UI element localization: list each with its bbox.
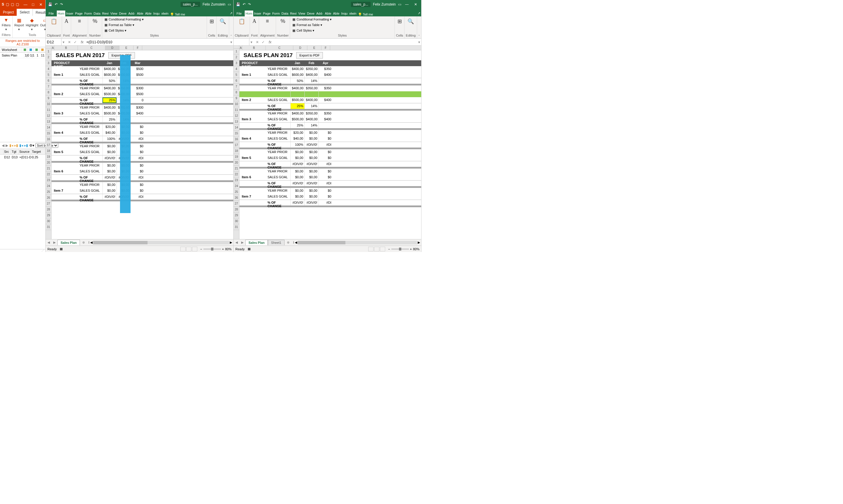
cell-styles-button[interactable]: ▦ Cell Styles ▾ — [291, 28, 316, 33]
ribbon-tab-view[interactable]: View — [298, 11, 306, 16]
paste-icon[interactable]: 📋 — [51, 18, 57, 24]
ribbon-tab-data[interactable]: Data — [281, 11, 289, 16]
row-header[interactable]: 14 — [46, 125, 51, 130]
row-header[interactable]: 15 — [46, 130, 51, 137]
tab-select[interactable]: Select — [17, 9, 32, 16]
macro-icon[interactable]: ▦ — [60, 247, 62, 251]
row-header[interactable]: 31 — [234, 224, 239, 230]
row-header[interactable]: 22 — [234, 172, 239, 177]
name-box[interactable] — [235, 40, 248, 44]
sheet-tab-sheet1[interactable]: Sheet1 — [268, 240, 285, 245]
tell-me[interactable]: 💡 Tell me — [358, 13, 373, 16]
ribbon-tab-able[interactable]: Able — [332, 11, 340, 16]
cancel-formula-icon[interactable]: ✕ — [68, 40, 71, 44]
row-header[interactable]: 14 — [234, 125, 239, 130]
ribbon-tab-able[interactable]: Able — [136, 11, 144, 16]
ribbon-tab-deve[interactable]: Deve — [306, 11, 316, 16]
row-header[interactable]: 25 — [234, 189, 239, 195]
row-header[interactable]: 10 — [234, 101, 239, 107]
row-header[interactable]: 4 — [234, 66, 239, 72]
row-header[interactable]: 17 — [46, 142, 51, 148]
redo-icon[interactable]: ↷ — [60, 2, 63, 6]
collapse-ribbon-icon[interactable]: ˄ — [229, 16, 233, 38]
row-header[interactable]: 4 — [46, 66, 51, 72]
font-icon[interactable]: A — [253, 18, 256, 24]
row-header[interactable]: 2 — [46, 54, 51, 60]
row-header[interactable]: 24 — [234, 183, 239, 189]
next-diff-icon[interactable]: ▶ — [5, 143, 8, 147]
ribbon-tab-able[interactable]: Able — [144, 11, 153, 16]
row-header[interactable]: 21 — [234, 166, 239, 172]
row-header[interactable]: 29 — [46, 213, 51, 218]
row-header[interactable]: 20 — [46, 160, 51, 166]
layout-icon[interactable]: ▢ — [6, 2, 9, 6]
sheet-nav-next[interactable]: ▶ — [239, 240, 245, 245]
ribbon-tab-page[interactable]: Page — [74, 11, 84, 16]
minimize-button[interactable]: — — [403, 2, 410, 6]
row-header[interactable]: 20 — [234, 160, 239, 166]
zoom-slider[interactable] — [203, 249, 221, 250]
row-header[interactable]: 7 — [46, 84, 51, 90]
row-header[interactable]: 30 — [46, 218, 51, 224]
zoom-in[interactable]: + — [222, 247, 224, 251]
nav-icon-3[interactable]: ▮◂ — [19, 143, 23, 147]
settings-icon[interactable]: ⚙▾ — [29, 143, 34, 147]
maximize-button[interactable]: □ — [30, 2, 36, 7]
conditional-formatting-button[interactable]: ▦ Conditional Formatting ▾ — [291, 17, 333, 22]
paste-icon[interactable]: 📋 — [238, 18, 245, 24]
highlight-button[interactable]: ◆Highlight▾ — [26, 18, 38, 31]
percent-icon[interactable]: % — [93, 18, 97, 24]
ribbon-tab-form[interactable]: Form — [271, 11, 281, 16]
zoom-in[interactable]: + — [410, 247, 412, 251]
format-as-table-button[interactable]: ▦ Format as Table ▾ — [103, 22, 136, 28]
ribbon-tab-file[interactable]: File — [46, 11, 57, 16]
ribbon-tab-inqu[interactable]: Inqu — [153, 11, 160, 16]
row-header[interactable]: 15 — [234, 130, 239, 137]
diff-row[interactable]: D12 D13 ≈(D11-D10)/D10 0.25 — [0, 155, 46, 160]
ribbon-tab-deve[interactable]: Deve — [118, 11, 128, 16]
row-header[interactable]: 6 — [46, 78, 51, 84]
sheet-tab-salesplan[interactable]: Sales Plan — [57, 240, 80, 245]
ribbon-tab-data[interactable]: Data — [93, 11, 101, 16]
view-normal[interactable] — [180, 247, 185, 251]
view-layout[interactable] — [186, 247, 192, 251]
zoom-slider[interactable] — [391, 249, 409, 250]
zoom-level[interactable]: 80% — [225, 247, 232, 251]
row-header[interactable]: 23 — [234, 177, 239, 183]
nav-icon-1[interactable]: ▮◂ — [10, 143, 13, 147]
filters-button[interactable]: ▼Filters▾ — [2, 18, 11, 31]
doc-icon[interactable]: ▢ — [16, 2, 19, 6]
add-sheet-button[interactable]: ⊕ — [285, 240, 292, 245]
collapse-ribbon-icon[interactable]: ˄ — [417, 16, 421, 38]
name-box[interactable] — [47, 40, 60, 44]
row-header[interactable]: 6 — [234, 78, 239, 84]
row-header[interactable]: 17 — [234, 142, 239, 148]
row-header[interactable]: 10 — [46, 101, 51, 107]
layout2-icon[interactable]: ▢ — [11, 2, 14, 6]
view-break[interactable] — [380, 247, 385, 251]
view-normal[interactable] — [368, 247, 374, 251]
row-header[interactable]: 19 — [46, 154, 51, 160]
view-layout[interactable] — [374, 247, 379, 251]
format-as-table-button[interactable]: ▦ Format as Table ▾ — [291, 22, 323, 28]
row-header[interactable]: 28 — [46, 206, 51, 213]
share-icon[interactable]: ↗ — [417, 10, 421, 16]
sheet-nav-prev[interactable]: ◀ — [234, 240, 239, 245]
ribbon-tab-form[interactable]: Form — [84, 11, 93, 16]
prev-diff-icon[interactable]: ◀ — [2, 143, 4, 147]
row-header[interactable]: 18 — [234, 148, 239, 154]
row-header[interactable]: 13 — [46, 119, 51, 125]
undo-icon[interactable]: ↶ — [243, 2, 246, 6]
ribbon-tab-view[interactable]: View — [109, 11, 118, 16]
font-icon[interactable]: A — [65, 18, 69, 24]
row-header[interactable]: 25 — [46, 189, 51, 195]
row-header[interactable]: 2 — [234, 54, 239, 60]
row-header[interactable]: 30 — [234, 218, 239, 224]
row-header[interactable]: 27 — [46, 201, 51, 206]
row-header[interactable]: 5 — [234, 72, 239, 78]
fx-icon[interactable]: fx — [267, 40, 273, 44]
row-header[interactable]: 9 — [46, 95, 51, 101]
zoom-out[interactable]: − — [388, 247, 390, 251]
sheet-tab-salesplan[interactable]: Sales Plan — [245, 240, 268, 245]
save-icon[interactable]: 💾 — [48, 2, 52, 6]
